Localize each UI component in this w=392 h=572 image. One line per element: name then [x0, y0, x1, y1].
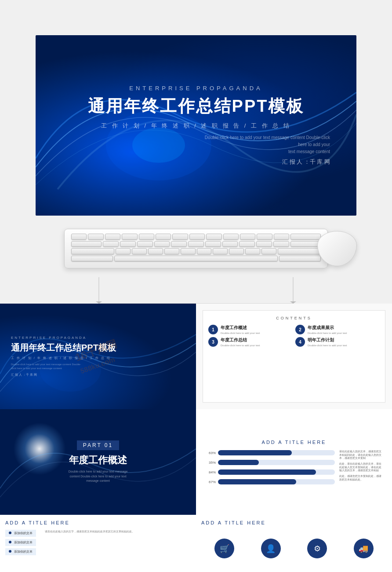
part-title: 年度工作概述 [65, 454, 131, 467]
key [132, 248, 147, 254]
icon-item-1: 🛒 [214, 539, 234, 561]
key [189, 234, 205, 240]
progress-title: ADD A TITLE HERE [205, 440, 383, 445]
cart-icon: 🛒 [220, 544, 229, 554]
slide-content: ENTERPRISE PROPAGANDA 通用年终工作总结PPT模板 工 作 … [36, 35, 356, 216]
part-desc: Double-click here to add your text messa… [65, 469, 131, 484]
contents-item-4: 4 明年工作计划 Double-click here to add your t… [295, 337, 380, 347]
thumb1-content: ENTERPRISE PROPAGANDA 通用年终工作总结PPT模板 工 作 … [11, 336, 116, 377]
progress-text-3: 此处，请在此处输入您的文本，请在此处输入您文本复制此处，请在此处输入您的文本，感… [339, 462, 383, 473]
key [164, 248, 179, 254]
key [245, 248, 260, 254]
progress-area: 63% 35% 84% [205, 450, 383, 484]
key [88, 234, 103, 240]
key [148, 248, 163, 254]
slide-thumb-5: ADD A TITLE HERE 添加你的文本 添加你的文本 添加你的文本 请您… [0, 515, 196, 572]
contents-grid: 1 年度工作概述 Double-click here to add your t… [208, 325, 380, 347]
progress-track-2 [218, 460, 335, 465]
contents-title: CONTENTS [276, 316, 312, 320]
progress-label-1: 63% [205, 451, 216, 455]
icon-item-2: 👤 [261, 539, 281, 561]
contents-item-3: 3 年度工作总结 Double-click here to add your t… [208, 337, 293, 347]
key [120, 241, 136, 247]
chart-item-1: 添加你的文本 [5, 530, 36, 537]
progress-text-area: 请在此处输入您的文本，感谢您把文本粘贴到此处，请在此处输入您的文本，感谢您把文本… [339, 450, 383, 484]
part-badge: PART 01 [77, 440, 119, 450]
key [188, 241, 204, 247]
key [229, 248, 244, 254]
key [71, 248, 114, 254]
gear-icon: ⚙ [314, 544, 321, 554]
key [279, 256, 321, 262]
key [197, 248, 212, 254]
bullet-3 [9, 550, 11, 553]
key [206, 234, 221, 240]
key [172, 234, 188, 240]
contents-num-1: 1 [208, 325, 218, 334]
thumb1-zh: 通用年终工作总结PPT模板 [11, 342, 116, 354]
key [256, 241, 272, 247]
bullet-2 [9, 541, 11, 543]
slide-en-title: ENTERPRISE PROPAGANDA [129, 85, 262, 92]
slide-zh-title: 通用年终工作总结PPT模板 [88, 95, 305, 117]
icon-item-3: ⚙ [307, 539, 327, 561]
slide-subtitle: 工 作 计 划 / 年 终 述 职 / 述 职 报 告 / 工 作 总 结 [101, 122, 291, 130]
chart-list: 添加你的文本 添加你的文本 添加你的文本 [5, 530, 36, 555]
chart-item-2: 添加你的文本 [5, 539, 36, 546]
progress-row-1: 63% [205, 450, 335, 455]
contents-item-1: 1 年度工作概述 Double-click here to add your t… [208, 325, 293, 334]
thumb1-sub: 工 作 计 划 / 年 终 述 职 / 述 职 报 告 / 工 作 总 结 [11, 356, 116, 360]
slide-desc: Double-click here to add your text messa… [198, 134, 330, 155]
key [71, 256, 113, 262]
key-space [114, 256, 278, 262]
key [156, 234, 171, 240]
icon-item-4: 🚚 [354, 539, 374, 561]
chart-content: 添加你的文本 添加你的文本 添加你的文本 请您在此处输入您的文字，感谢您把文本粘… [5, 530, 191, 555]
icons-title: ADD A TITLE HERE [201, 520, 387, 525]
chart-title: ADD A TITLE HERE [5, 520, 191, 525]
progress-track-1 [218, 450, 335, 455]
progress-fill-2 [218, 460, 259, 465]
contents-text-1: 年度工作概述 Double-click here to add your tex… [221, 325, 260, 334]
thumb1-reporter: 汇 报 人 ：千 库 网 [11, 373, 116, 377]
key [105, 234, 120, 240]
key [257, 234, 272, 240]
icon-circle-1: 🛒 [214, 539, 234, 558]
contents-text-3: 年度工作总结 Double-click here to add your tex… [221, 337, 260, 347]
thumb1-en: ENTERPRISE PROPAGANDA [11, 336, 116, 340]
key [274, 234, 289, 240]
key [240, 234, 255, 240]
contents-num-2: 2 [295, 325, 305, 334]
key [205, 241, 221, 247]
progress-row-3: 84% [205, 469, 335, 475]
icon-circle-2: 👤 [261, 539, 281, 558]
thumb3-content: PART 01 年度工作概述 Double-click here to add … [65, 440, 131, 484]
contents-text-4: 明年工作计划 Double-click here to add your tex… [308, 337, 347, 347]
progress-label-3: 84% [205, 470, 216, 474]
contents-item-2: 2 年度成果展示 Double-click here to add your t… [295, 325, 380, 334]
slide-reporter: 汇 报 人 ：千 库 网 [282, 158, 330, 166]
slide-thumb-6: ADD A TITLE HERE 🛒 👤 ⚙ [196, 515, 392, 572]
connector-svg [0, 277, 392, 304]
bullet-1 [9, 532, 11, 534]
slide-thumb-3: PART 01 年度工作概述 Double-click here to add … [0, 409, 196, 515]
progress-text-1: 请在此处输入您的文本，感谢您把文本粘贴到此处，请在此处输入您的文本，感谢您把文本… [339, 450, 383, 460]
person-icon: 👤 [266, 544, 276, 554]
key [71, 234, 87, 240]
truck-icon: 🚚 [359, 544, 368, 554]
key [137, 241, 153, 247]
key [103, 241, 119, 247]
progress-row-4: 67% [205, 479, 335, 484]
icon-circle-3: ⚙ [307, 539, 327, 558]
key [122, 234, 137, 240]
icons-row: 🛒 👤 ⚙ 🚚 [201, 539, 387, 561]
progress-fill-3 [218, 469, 316, 475]
key [239, 241, 255, 247]
chart-sub-text: 请您在此处输入您的文字，感谢您把文本粘贴此处并把其它的文章粘贴此处。 [40, 530, 191, 534]
key [278, 248, 321, 254]
progress-row-2: 35% [205, 460, 335, 465]
progress-bars: 63% 35% 84% [205, 450, 335, 484]
progress-label-2: 35% [205, 461, 216, 465]
key [71, 241, 102, 247]
progress-track-4 [218, 479, 335, 484]
